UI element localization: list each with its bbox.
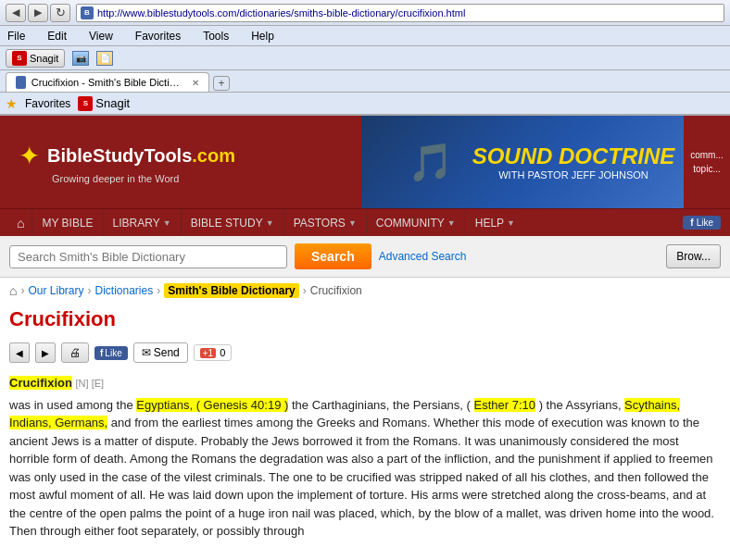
site-nav: ⌂ MY BIBLE LIBRARY ▼ BIBLE STUDY ▼ PASTO… [0,208,730,236]
ad-topic-text: topic... [693,164,720,174]
nav-pastors-arrow: ▼ [348,218,357,228]
page-title: Crucifixion [9,307,721,331]
toolbar: S Snagit 📷 📄 [0,46,730,70]
search-input-wrap [9,245,287,268]
highlight-assyrians: Scythains, Indians, Germans, [9,398,680,430]
site-header: ✦ BibleStudyTools.com Growing deeper in … [0,116,730,208]
address-bar[interactable]: B http://www.biblestudytools.com/diction… [76,4,724,22]
page-title-section: Crucifixion [0,304,730,339]
toolbar-icon-2[interactable]: 📄 [96,51,113,66]
breadcrumb-home-icon[interactable]: ⌂ [9,283,17,298]
search-button[interactable]: Search [295,243,371,269]
plus-one-count: 0 [220,347,225,358]
bc-sep-2: › [88,284,92,297]
article-text: was in used among the Egyptians, ( Genes… [9,396,721,541]
site-logo-area: ✦ BibleStudyTools.com Growing deeper in … [0,116,361,208]
nav-bible-study-arrow: ▼ [266,218,274,228]
plus-one-badge: +1 [200,348,216,358]
ad-extra-text: comm... [690,150,724,160]
ad-icon: 🎵 [408,141,454,184]
nav-library-arrow: ▼ [163,218,171,228]
print-icon: 🖨 [69,346,81,359]
nav-help[interactable]: HELP ▼ [465,209,524,236]
ad-title: SOUND DOCTRINE [472,143,675,169]
nav-help-arrow: ▼ [507,218,515,228]
fb-like-button[interactable]: f Like [94,346,128,360]
fb-like-nav[interactable]: f Like [683,216,721,230]
menu-help[interactable]: Help [247,28,278,44]
nav-my-bible[interactable]: MY BIBLE [31,209,102,236]
breadcrumb-current: Crucifixion [310,284,362,297]
menu-edit[interactable]: Edit [44,28,70,44]
forward-button[interactable]: ▶ [28,4,48,22]
print-button[interactable]: 🖨 [61,342,89,363]
action-bar: ◀ ▶ 🖨 f Like ✉ Send +1 0 [0,339,730,370]
favorites-label: Favorites [25,97,70,110]
nav-bible-study[interactable]: BIBLE STUDY ▼ [181,209,283,236]
fb-icon: f [690,218,693,228]
prev-entry-button[interactable]: ◀ [9,342,30,363]
breadcrumb-smiths[interactable]: Smith's Bible Dictionary [164,283,299,298]
fb-like-icon: f [100,348,103,358]
nav-home-icon[interactable]: ⌂ [9,216,31,230]
article-content: Crucifixion [N] [E] was in used among th… [0,370,730,544]
address-text: http://www.biblestudytools.com/dictionar… [97,7,465,19]
logo-tagline: Growing deeper in the Word [52,173,343,184]
toolbar-icon-1[interactable]: 📷 [72,51,89,66]
menu-file[interactable]: File [4,28,29,44]
ad-subtitle: WITH PASTOR JEFF JOHNSON [472,169,675,180]
breadcrumb: ⌂ › Our Library › Dictionaries › Smith's… [0,278,730,304]
bc-sep-1: › [20,284,24,297]
tab-favicon [16,76,26,89]
menu-view[interactable]: View [85,28,117,44]
snagit-icon: S [12,51,27,66]
favorites-star-icon: ★ [6,96,18,111]
new-tab-button[interactable]: + [213,76,230,91]
active-tab[interactable]: Crucifixion - Smith's Bible Dictionary O… [6,72,209,92]
tab-close-button[interactable]: ✕ [192,78,199,88]
breadcrumb-our-library[interactable]: Our Library [28,284,83,297]
plus-one-button[interactable]: +1 0 [194,344,233,361]
breadcrumb-dictionaries[interactable]: Dictionaries [95,284,154,297]
nav-library[interactable]: LIBRARY ▼ [103,209,181,236]
browse-button[interactable]: Brow... [666,244,721,268]
send-button[interactable]: ✉ Send [133,342,188,363]
menu-tools[interactable]: Tools [199,28,233,44]
bc-sep-4: › [303,284,307,297]
favorites-bar: ★ Favorites S Snagit [0,93,730,115]
logo-text[interactable]: BibleStudyTools.com [47,145,235,167]
snagit-fav-icon: S [78,96,93,111]
refresh-button[interactable]: ↻ [50,4,70,22]
highlight-esther: Esther 7:10 [474,398,536,412]
snagit-label: Snagit [30,53,58,64]
tab-title: Crucifixion - Smith's Bible Dictionary O… [31,77,182,88]
send-icon: ✉ [142,346,151,359]
bc-sep-3: › [157,284,160,297]
back-button[interactable]: ◀ [6,4,26,22]
nav-community-arrow: ▼ [447,218,456,228]
advanced-search-link[interactable]: Advanced Search [379,250,467,263]
nav-community[interactable]: COMMUNITY ▼ [366,209,465,236]
snagit-toolbar-btn[interactable]: S Snagit [6,49,65,68]
tab-bar: Crucifixion - Smith's Bible Dictionary O… [0,70,730,93]
search-section: Search Advanced Search Brow... [0,236,730,278]
logo-star-icon: ✦ [19,141,40,171]
favicon: B [81,6,94,19]
favorites-snagit-item[interactable]: S Snagit [78,96,130,111]
nav-pastors[interactable]: PASTORS ▼ [283,209,366,236]
menu-bar: File Edit View Favorites Tools Help [0,26,730,46]
next-entry-button[interactable]: ▶ [35,342,56,363]
article-tags: [N] [E] [76,378,105,389]
search-input[interactable] [18,250,279,264]
menu-favorites[interactable]: Favorites [132,28,184,44]
snagit-fav-label: Snagit [95,96,130,110]
article-keyword: Crucifixion [9,376,72,390]
site-header-ad[interactable]: 🎵 SOUND DOCTRINE WITH PASTOR JEFF JOHNSO… [361,116,730,208]
highlight-egyptians: Egyptians, ( Genesis 40:19 ) [136,398,288,412]
